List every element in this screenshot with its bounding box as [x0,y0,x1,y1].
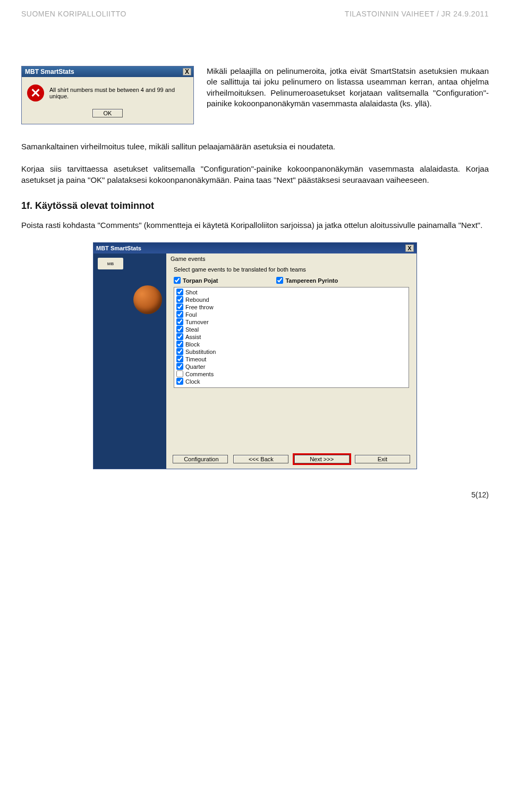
paragraph-1: Mikäli pelaajilla on pelinumeroita, jotk… [207,66,489,124]
error-icon [27,84,44,102]
team-checkbox[interactable]: Tampereen Pyrinto [276,277,338,284]
exit-button[interactable]: Exit [355,455,410,463]
event-checkbox[interactable]: Rebound [176,296,406,303]
event-label: Shot [185,289,198,295]
event-label: Rebound [185,297,209,303]
event-checkbox-input[interactable] [176,356,183,362]
event-checkbox-input[interactable] [176,333,183,340]
event-checkbox-input[interactable] [176,341,183,348]
event-checkbox[interactable]: Quarter [176,363,406,370]
event-label: Clock [185,378,200,385]
event-checkbox[interactable]: Assist [176,333,406,340]
event-checkbox-input[interactable] [176,296,183,303]
smartstats-title: MBT SmartStats [96,245,141,251]
event-label: Comments [185,371,214,377]
instruction-text: Select game events to be translated for … [174,266,412,273]
event-checkbox[interactable]: Substitution [176,348,406,355]
document-header: SUOMEN KORIPALLOLIITTO TILASTOINNIN VAIH… [21,10,489,18]
event-label: Foul [185,311,197,318]
close-icon[interactable]: X [405,244,414,252]
event-checkbox[interactable]: Free throw [176,303,406,310]
event-label: Assist [185,334,201,340]
error-dialog-titlebar: MBT SmartStats X [22,66,193,77]
event-checkbox-input[interactable] [176,303,183,310]
doc-header-left: SUOMEN KORIPALLOLIITTO [21,10,126,18]
event-checkbox[interactable]: Comments [176,370,406,377]
event-checkbox[interactable]: Timeout [176,356,406,362]
event-checkbox-input[interactable] [176,326,183,333]
team-label: Torpan Pojat [183,277,218,284]
smartstats-titlebar: MBT SmartStats X [94,243,416,253]
event-checkbox-input[interactable] [176,378,183,385]
event-checkbox-input[interactable] [176,370,183,377]
paragraph-2: Samankaltainen virheilmoitus tulee, mikä… [21,141,489,152]
event-checkbox-input[interactable] [176,363,183,370]
event-checkbox-input[interactable] [176,311,183,318]
team-checkbox-input[interactable] [174,277,181,284]
team-checkbox[interactable]: Torpan Pojat [174,277,218,284]
event-checkbox-input[interactable] [176,289,183,295]
event-checkbox-input[interactable] [176,348,183,355]
paragraph-3: Korjaa siis tarvittaessa asetukset valit… [21,164,489,185]
event-label: Turnover [185,319,209,325]
group-label: Game events [171,256,412,262]
doc-header-right: TILASTOINNIN VAIHEET / JR 24.9.2011 [345,10,489,18]
event-label: Timeout [185,356,206,362]
error-message: All shirt numbers must be between 4 and … [49,87,188,99]
error-dialog-title: MBT SmartStats [25,68,74,75]
team-checkbox-input[interactable] [276,277,283,284]
event-checkbox[interactable]: Clock [176,378,406,385]
team-label: Tampereen Pyrinto [285,277,338,284]
ok-button[interactable]: OK [92,109,123,117]
page-number: 5(12) [21,490,489,499]
error-dialog: MBT SmartStats X All shirt numbers must … [21,66,194,124]
event-label: Block [185,341,200,348]
paragraph-4: Poista rasti kohdasta "Comments" (kommen… [21,220,489,231]
smartstats-sidebar-graphic: MB SMARTSTATS FOR BASKETBALL [94,253,166,469]
basketball-icon [133,285,162,314]
event-checkbox-input[interactable] [176,318,183,325]
back-button[interactable]: <<< Back [233,455,288,463]
event-label: Substitution [185,349,216,355]
smartstats-window: MBT SmartStats X MB SMARTSTATS FOR BASKE… [93,242,417,469]
section-heading-1f: 1f. Käytössä olevat toiminnot [21,200,489,212]
close-icon[interactable]: X [183,68,191,75]
event-checkbox[interactable]: Turnover [176,318,406,325]
mb-logo: MB [98,258,123,269]
event-checkbox[interactable]: Steal [176,326,406,333]
events-list: ShotReboundFree throwFoulTurnoverStealAs… [174,287,409,388]
event-checkbox[interactable]: Foul [176,311,406,318]
configuration-button[interactable]: Configuration [173,455,228,463]
event-checkbox[interactable]: Block [176,341,406,348]
event-checkbox[interactable]: Shot [176,289,406,295]
team-checkbox-row: Torpan PojatTampereen Pyrinto [174,277,412,284]
event-label: Free throw [185,304,214,310]
next-button[interactable]: Next >>> [294,455,350,463]
event-label: Steal [185,326,199,333]
event-label: Quarter [185,363,205,370]
